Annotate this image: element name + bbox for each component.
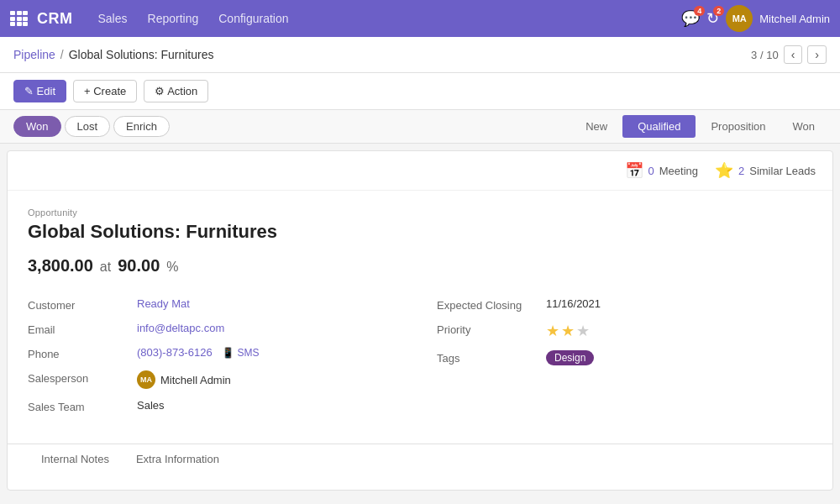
tags-value: Design [546, 350, 812, 365]
opportunity-title: Global Solutions: Furnitures [28, 221, 812, 243]
priority-field: Priority ★ ★ ★ [437, 317, 812, 345]
customer-link[interactable]: Ready Mat [137, 297, 190, 310]
expected-closing-field: Expected Closing 11/16/2021 [437, 292, 812, 317]
sms-button[interactable]: 📱 SMS [222, 347, 259, 359]
sales-team-value: Sales [137, 399, 403, 412]
chat-notification[interactable]: 💬 4 [681, 9, 700, 28]
email-value: info@deltapc.com [137, 322, 403, 334]
pagination-next[interactable]: › [807, 45, 827, 64]
pipeline-stages: New Qualified Proposition Won [570, 115, 827, 138]
salesperson-name: Mitchell Admin [160, 374, 231, 386]
menu-item-configuration[interactable]: Configuration [210, 8, 297, 29]
activity-notification[interactable]: ↻ 2 [706, 9, 719, 28]
phone-value: (803)-873-6126 📱 SMS [137, 346, 403, 359]
enrich-button[interactable]: Enrich [113, 116, 170, 137]
apps-menu-button[interactable] [10, 11, 30, 26]
topnav-right: 💬 4 ↻ 2 MA Mitchell Admin [681, 5, 830, 32]
salesperson-value: MA Mitchell Admin [137, 370, 403, 389]
pagination-prev[interactable]: ‹ [784, 45, 803, 64]
salesperson-field: Salesperson MA Mitchell Admin [28, 365, 403, 394]
similar-leads-action[interactable]: ⭐ 2 Similar Leads [715, 161, 816, 180]
tab-internal-notes[interactable]: Internal Notes [28, 444, 123, 475]
right-fields: Expected Closing 11/16/2021 Priority ★ ★… [437, 292, 812, 418]
breadcrumb-separator: / [60, 48, 64, 61]
customer-field: Customer Ready Mat [28, 292, 403, 317]
star-2[interactable]: ★ [561, 322, 575, 340]
amount-row: 3,800.00 at 90.00 % [28, 256, 812, 276]
percent-value: 90.00 [118, 256, 160, 276]
chat-badge: 4 [694, 6, 705, 16]
app-brand: CRM [37, 10, 73, 28]
tags-field: Tags Design [437, 345, 812, 370]
percent-sign: % [166, 260, 178, 275]
design-tag[interactable]: Design [546, 350, 594, 365]
star-1[interactable]: ★ [546, 322, 559, 340]
main-menu: Sales Reporting Configuration [90, 8, 682, 29]
create-button[interactable]: + Create [73, 80, 137, 102]
menu-item-reporting[interactable]: Reporting [139, 8, 207, 29]
won-button[interactable]: Won [13, 116, 61, 137]
top-navigation: CRM Sales Reporting Configuration 💬 4 ↻ … [0, 0, 840, 37]
breadcrumb: Pipeline / Global Solutions: Furnitures [13, 48, 213, 61]
sales-team-field: Sales Team Sales [28, 394, 403, 418]
tab-extra-information[interactable]: Extra Information [123, 444, 233, 475]
priority-value: ★ ★ ★ [546, 322, 812, 340]
star-3[interactable]: ★ [576, 322, 590, 340]
status-stage-bar: Won Lost Enrich New Qualified Propositio… [0, 110, 840, 144]
breadcrumb-bar: Pipeline / Global Solutions: Furnitures … [0, 37, 840, 73]
lost-button[interactable]: Lost [65, 116, 111, 137]
star-leads-icon: ⭐ [715, 161, 733, 180]
main-content: 📅 0 Meeting ⭐ 2 Similar Leads Opportunit… [7, 150, 833, 491]
breadcrumb-parent[interactable]: Pipeline [13, 48, 55, 61]
user-name: Mitchell Admin [759, 13, 830, 25]
similar-leads-label: Similar Leads [749, 165, 816, 177]
priority-label: Priority [437, 322, 546, 336]
left-fields: Customer Ready Mat Email info@deltapc.co… [28, 292, 403, 418]
email-label: Email [28, 322, 137, 336]
pagination-info: 3 / 10 [751, 49, 779, 61]
tags-label: Tags [437, 350, 546, 365]
customer-value: Ready Mat [137, 297, 403, 310]
action-button[interactable]: ⚙ Action [144, 80, 208, 102]
breadcrumb-current: Global Solutions: Furnitures [69, 48, 214, 61]
expected-closing-label: Expected Closing [437, 297, 546, 312]
phone-link[interactable]: (803)-873-6126 [137, 346, 213, 359]
amount-value: 3,800.00 [28, 256, 93, 276]
action-bar: ✎ Edit + Create ⚙ Action [0, 73, 840, 110]
sales-team-label: Sales Team [28, 399, 137, 413]
priority-stars[interactable]: ★ ★ ★ [546, 322, 812, 340]
similar-leads-count: 2 [738, 165, 744, 177]
meeting-action[interactable]: 📅 0 Meeting [625, 161, 698, 180]
activity-badge: 2 [713, 6, 724, 16]
top-actions-row: 📅 0 Meeting ⭐ 2 Similar Leads [8, 151, 832, 191]
edit-button[interactable]: ✎ Edit [13, 80, 66, 102]
stage-qualified[interactable]: Qualified [622, 115, 696, 138]
avatar[interactable]: MA [726, 5, 753, 32]
stage-proposition[interactable]: Proposition [696, 115, 780, 138]
menu-item-sales[interactable]: Sales [90, 8, 136, 29]
salesperson-label: Salesperson [28, 370, 137, 385]
stage-won[interactable]: Won [781, 115, 827, 138]
phone-field: Phone (803)-873-6126 📱 SMS [28, 341, 403, 365]
meeting-label: Meeting [659, 165, 698, 177]
form-body: Opportunity Global Solutions: Furnitures… [8, 191, 832, 435]
tabs-bar: Internal Notes Extra Information [8, 444, 832, 475]
calendar-icon: 📅 [625, 161, 643, 180]
expected-closing-value: 11/16/2021 [546, 297, 812, 310]
meeting-count: 0 [648, 165, 654, 177]
email-link[interactable]: info@deltapc.com [137, 322, 224, 334]
opportunity-section-label: Opportunity [28, 207, 812, 218]
pagination: 3 / 10 ‹ › [751, 45, 827, 64]
phone-label: Phone [28, 346, 137, 360]
stage-buttons: Won Lost Enrich [13, 116, 170, 137]
at-label: at [100, 260, 111, 275]
stage-new[interactable]: New [570, 115, 622, 138]
salesperson-avatar: MA [137, 370, 155, 389]
customer-label: Customer [28, 297, 137, 312]
fields-grid: Customer Ready Mat Email info@deltapc.co… [28, 292, 812, 418]
email-field: Email info@deltapc.com [28, 317, 403, 341]
